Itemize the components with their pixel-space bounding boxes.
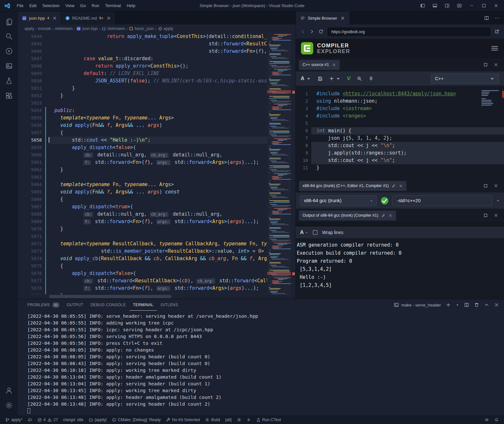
close-icon[interactable] [494, 184, 498, 188]
breadcrumb-item-apply[interactable]: apply [24, 26, 34, 31]
editor-minimap[interactable] [267, 33, 291, 294]
status-ctest[interactable]: Run CTest [254, 415, 284, 424]
wrap-lines-checkbox[interactable] [313, 230, 317, 235]
close-icon[interactable] [52, 16, 57, 21]
back-icon[interactable] [300, 29, 305, 34]
panel-tab-terminal[interactable]: TERMINAL [130, 299, 157, 311]
status-clangd-status[interactable]: clangd: idle [61, 415, 86, 424]
code-line[interactable]: 5058 std::cout << "Hello :-)\n"; [18, 137, 296, 144]
panel-tab-problems[interactable]: PROBLEMS31 [24, 299, 63, 311]
code-line[interactable]: 5069 f: std::forward<Fn>(f), args: std::… [18, 218, 296, 225]
breadcrumb-item-basic_json[interactable]: basic_json [129, 26, 154, 31]
code-line[interactable]: 5053 [18, 99, 296, 107]
split-terminal-icon[interactable] [464, 302, 469, 307]
new-terminal-icon[interactable] [446, 302, 451, 307]
hamburger-menu-icon[interactable] [490, 44, 499, 52]
code-line[interactable]: 5070 } [18, 225, 296, 233]
compiler-select[interactable]: x86-64 gcc (trunk) [300, 195, 377, 206]
url-input[interactable]: https://godbolt.org [327, 27, 490, 36]
activity-run-debug[interactable] [1, 44, 17, 59]
reload-icon[interactable] [318, 29, 324, 34]
code-line[interactable]: 5048 return apply_error<ConstThis>(); [18, 62, 296, 70]
activity-editor-preview[interactable] [1, 59, 17, 73]
activity-files[interactable] [1, 14, 17, 29]
maximize-pane-icon[interactable] [483, 213, 488, 218]
code-line[interactable]: 5056 void apply(Fn&& f, Args&& ... args) [18, 122, 296, 129]
activity-settings-gear[interactable] [1, 398, 17, 413]
code-line[interactable]: 5077 cb: std::forward<ResultCallback>(cb… [18, 277, 296, 285]
ce-code-line[interactable]: 9 j.apply(std::ranges::sort); [296, 149, 504, 157]
code-line[interactable]: 5057 { [18, 129, 296, 137]
terminal-session-select[interactable]: make - serve_header [394, 302, 441, 307]
menu-run[interactable]: Run [89, 0, 102, 11]
ce-code-line[interactable]: 5 [296, 120, 504, 127]
status-cmake-build[interactable]: Build [202, 415, 223, 424]
language-select[interactable]: C++ [431, 73, 499, 84]
ce-code-line[interactable]: 4#include <ranges> [296, 112, 504, 120]
maximize-button[interactable] [478, 0, 490, 11]
open-external-icon[interactable] [494, 29, 499, 34]
code-line[interactable]: 5079 } [18, 292, 296, 294]
terminal[interactable]: [2022-04-30 06:05:55] INFO: serve_header… [18, 311, 504, 415]
maximize-pane-icon[interactable] [483, 184, 488, 188]
code-line[interactable]: 5074 void apply_cb(ResultCallback && cb,… [18, 255, 296, 262]
tab-json.hpp[interactable]: ++json.hpp4 [18, 12, 61, 24]
forward-icon[interactable] [309, 29, 315, 34]
chevron-down-icon[interactable] [496, 199, 500, 203]
code-line[interactable]: 5054 public: [18, 107, 296, 114]
close-panel-icon[interactable] [494, 302, 499, 307]
code-line[interactable]: 5075 { [18, 262, 296, 270]
ce-editor-minimap[interactable] [481, 90, 500, 108]
menu-help[interactable]: Help [124, 0, 138, 11]
code-line[interactable]: 5051 } [18, 85, 296, 92]
ce-output-console[interactable]: ASM generation compiler returned: 0Execu… [296, 238, 504, 299]
layout-panel-button[interactable] [429, 0, 441, 11]
font-size-button[interactable]: A [301, 76, 311, 81]
status-git-branch[interactable]: apply* [3, 415, 25, 424]
edit-pencil-icon[interactable] [392, 184, 396, 188]
activity-extensions[interactable] [1, 88, 17, 103]
minimize-button[interactable] [465, 0, 478, 11]
code-line[interactable]: 5078 f: std::forward<Fn>(f), args: std::… [18, 285, 296, 292]
activity-account[interactable] [1, 383, 17, 398]
ce-code-line[interactable]: 11} [296, 164, 504, 172]
close-icon[interactable] [388, 213, 393, 218]
vim-mode-toggle[interactable]: V [347, 75, 351, 82]
close-icon[interactable] [494, 213, 498, 218]
code-line[interactable]: 5072 template<typename ResultCallback, t… [18, 240, 296, 248]
code-line[interactable]: 5067 apply_dispatch<true>( [18, 203, 296, 211]
kill-terminal-icon[interactable] [474, 302, 479, 307]
close-icon[interactable] [399, 184, 403, 188]
status-cmake-kit[interactable]: No Kit Selected [163, 415, 202, 424]
status-notifications[interactable] [492, 418, 501, 422]
status-cmake-target[interactable]: [all] [223, 415, 234, 424]
compiler-options-input[interactable]: -std=c++20 [393, 195, 492, 206]
code-line[interactable]: 5046 std::forward<Fn>(f), [18, 48, 296, 55]
ce-code-line[interactable]: 1#include <https://localhost:8443/apply/… [296, 90, 504, 98]
code-line[interactable]: 5060 cb: detail::null_arg, cb_arg: detai… [18, 151, 296, 159]
font-size-button[interactable]: A [300, 230, 308, 235]
ce-output-pane-tab[interactable]: Output of x86-64 gcc (trunk) (Compiler #… [299, 211, 396, 221]
breadcrumb-item-include[interactable]: include [38, 26, 51, 31]
menu-edit[interactable]: Edit [26, 0, 39, 11]
layout-custom-button[interactable] [453, 0, 465, 11]
close-icon[interactable] [494, 62, 498, 67]
overview-ruler[interactable] [291, 33, 296, 299]
more-actions-icon[interactable] [494, 15, 499, 21]
menu-selection[interactable]: Selection [39, 0, 62, 11]
pin-icon[interactable] [368, 76, 374, 81]
close-button[interactable] [490, 0, 502, 11]
tab-README.md[interactable]: iREADME.md9+ [61, 12, 115, 24]
breadcrumb-item-json.hpp[interactable]: ++json.hpp [76, 26, 97, 31]
code-line[interactable]: 5064 template<typename Fn, typename... A… [18, 181, 296, 188]
breadcrumb-item-nlohmann[interactable]: nlohmann [55, 26, 73, 31]
menu-go[interactable]: Go [77, 0, 89, 11]
code-line[interactable]: 5063 [18, 174, 296, 181]
activity-test-beaker[interactable] [1, 73, 17, 88]
code-editor[interactable]: 5044 return apply_make_tuple<ConstThis>(… [18, 33, 296, 299]
menu-view[interactable]: View [63, 0, 77, 11]
code-line[interactable]: 5059 apply_dispatch<false>( [18, 144, 296, 151]
ce-compiler-pane-tab[interactable]: x86-64 gcc (trunk) (C++, Editor #1, Comp… [299, 181, 406, 191]
ce-code-line[interactable]: 2using nlohmann::json; [296, 98, 504, 105]
compiler-explorer-logo-icon[interactable] [301, 42, 313, 54]
